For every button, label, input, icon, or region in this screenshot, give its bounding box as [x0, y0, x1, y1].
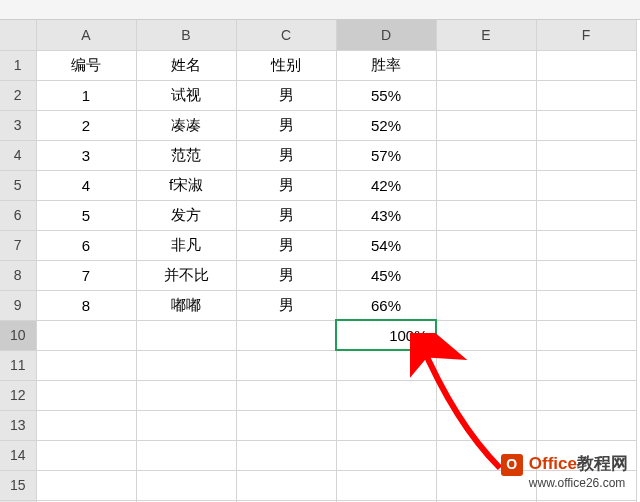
cell-B1[interactable]: 姓名	[136, 50, 236, 80]
row-header-1[interactable]: 1	[0, 50, 36, 80]
col-header-C[interactable]: C	[236, 20, 336, 50]
cell-E3[interactable]	[436, 110, 536, 140]
cell-E6[interactable]	[436, 200, 536, 230]
row-header-8[interactable]: 8	[0, 260, 36, 290]
col-header-F[interactable]: F	[536, 20, 636, 50]
cell-E12[interactable]	[436, 380, 536, 410]
cell-F5[interactable]	[536, 170, 636, 200]
cell-C2[interactable]: 男	[236, 80, 336, 110]
row-header-9[interactable]: 9	[0, 290, 36, 320]
cell-D9[interactable]: 66%	[336, 290, 436, 320]
cell-F11[interactable]	[536, 350, 636, 380]
cell-D14[interactable]	[336, 440, 436, 470]
cell-F10[interactable]	[536, 320, 636, 350]
row-header-7[interactable]: 7	[0, 230, 36, 260]
cell-D12[interactable]	[336, 380, 436, 410]
cell-A4[interactable]: 3	[36, 140, 136, 170]
cell-C3[interactable]: 男	[236, 110, 336, 140]
cell-F12[interactable]	[536, 380, 636, 410]
cell-A9[interactable]: 8	[36, 290, 136, 320]
row-header-13[interactable]: 13	[0, 410, 36, 440]
cell-E11[interactable]	[436, 350, 536, 380]
row-header-4[interactable]: 4	[0, 140, 36, 170]
cell-C5[interactable]: 男	[236, 170, 336, 200]
cell-F3[interactable]	[536, 110, 636, 140]
cell-E1[interactable]	[436, 50, 536, 80]
cell-F13[interactable]	[536, 410, 636, 440]
cell-E2[interactable]	[436, 80, 536, 110]
cell-A2[interactable]: 1	[36, 80, 136, 110]
cell-F2[interactable]	[536, 80, 636, 110]
cell-C10[interactable]	[236, 320, 336, 350]
select-all-corner[interactable]	[0, 20, 36, 50]
cell-C15[interactable]	[236, 470, 336, 500]
cell-A5[interactable]: 4	[36, 170, 136, 200]
cell-A1[interactable]: 编号	[36, 50, 136, 80]
cell-D6[interactable]: 43%	[336, 200, 436, 230]
row-header-2[interactable]: 2	[0, 80, 36, 110]
cell-B11[interactable]	[136, 350, 236, 380]
cell-A10[interactable]	[36, 320, 136, 350]
cell-F7[interactable]	[536, 230, 636, 260]
cell-C9[interactable]: 男	[236, 290, 336, 320]
cell-B7[interactable]: 非凡	[136, 230, 236, 260]
spreadsheet-grid[interactable]: A B C D E F 1 编号 姓名 性别 胜率 2 1 试视 男 55% 3…	[0, 20, 637, 502]
cell-F8[interactable]	[536, 260, 636, 290]
cell-E8[interactable]	[436, 260, 536, 290]
cell-F4[interactable]	[536, 140, 636, 170]
cell-A6[interactable]: 5	[36, 200, 136, 230]
cell-C6[interactable]: 男	[236, 200, 336, 230]
cell-C7[interactable]: 男	[236, 230, 336, 260]
row-header-15[interactable]: 15	[0, 470, 36, 500]
row-header-5[interactable]: 5	[0, 170, 36, 200]
cell-F9[interactable]	[536, 290, 636, 320]
cell-B15[interactable]	[136, 470, 236, 500]
cell-D10-selected[interactable]: 100%	[336, 320, 436, 350]
cell-A14[interactable]	[36, 440, 136, 470]
col-header-E[interactable]: E	[436, 20, 536, 50]
row-header-3[interactable]: 3	[0, 110, 36, 140]
cell-D8[interactable]: 45%	[336, 260, 436, 290]
cell-A7[interactable]: 6	[36, 230, 136, 260]
cell-B5[interactable]: f宋淑	[136, 170, 236, 200]
col-header-A[interactable]: A	[36, 20, 136, 50]
row-header-11[interactable]: 11	[0, 350, 36, 380]
cell-B13[interactable]	[136, 410, 236, 440]
cell-B3[interactable]: 凑凑	[136, 110, 236, 140]
cell-E10[interactable]	[436, 320, 536, 350]
cell-D15[interactable]	[336, 470, 436, 500]
cell-F1[interactable]	[536, 50, 636, 80]
cell-D7[interactable]: 54%	[336, 230, 436, 260]
cell-E9[interactable]	[436, 290, 536, 320]
cell-B9[interactable]: 嘟嘟	[136, 290, 236, 320]
cell-B6[interactable]: 发方	[136, 200, 236, 230]
cell-B12[interactable]	[136, 380, 236, 410]
col-header-B[interactable]: B	[136, 20, 236, 50]
cell-A3[interactable]: 2	[36, 110, 136, 140]
cell-D4[interactable]: 57%	[336, 140, 436, 170]
cell-B14[interactable]	[136, 440, 236, 470]
row-header-6[interactable]: 6	[0, 200, 36, 230]
cell-A11[interactable]	[36, 350, 136, 380]
cell-E7[interactable]	[436, 230, 536, 260]
cell-C13[interactable]	[236, 410, 336, 440]
cell-D13[interactable]	[336, 410, 436, 440]
cell-A8[interactable]: 7	[36, 260, 136, 290]
cell-D1[interactable]: 胜率	[336, 50, 436, 80]
row-header-12[interactable]: 12	[0, 380, 36, 410]
cell-C11[interactable]	[236, 350, 336, 380]
row-header-10[interactable]: 10	[0, 320, 36, 350]
cell-B4[interactable]: 范范	[136, 140, 236, 170]
cell-C14[interactable]	[236, 440, 336, 470]
row-header-14[interactable]: 14	[0, 440, 36, 470]
cell-E13[interactable]	[436, 410, 536, 440]
cell-E4[interactable]	[436, 140, 536, 170]
cell-E5[interactable]	[436, 170, 536, 200]
cell-B8[interactable]: 并不比	[136, 260, 236, 290]
cell-D5[interactable]: 42%	[336, 170, 436, 200]
cell-C8[interactable]: 男	[236, 260, 336, 290]
cell-B2[interactable]: 试视	[136, 80, 236, 110]
cell-C1[interactable]: 性别	[236, 50, 336, 80]
col-header-D[interactable]: D	[336, 20, 436, 50]
cell-D3[interactable]: 52%	[336, 110, 436, 140]
